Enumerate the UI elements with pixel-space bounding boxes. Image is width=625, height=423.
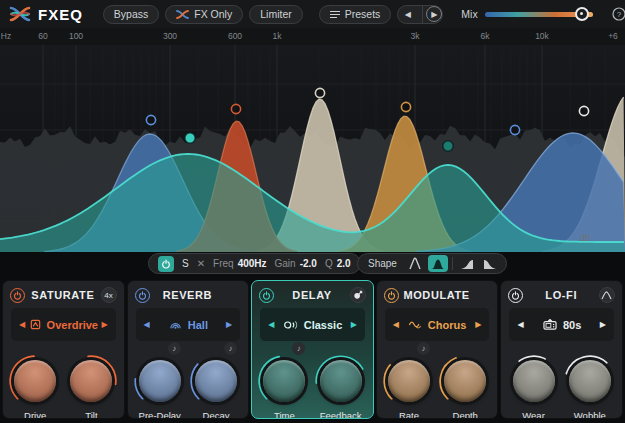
shape-high-shelf-button[interactable] — [480, 255, 500, 272]
axis-tick-60: 60 — [38, 31, 47, 41]
eq-band-handle-6[interactable] — [443, 141, 453, 151]
eq-band-handle-2[interactable] — [185, 133, 195, 143]
delay-feedback-knob-face[interactable] — [320, 360, 362, 402]
lofi-title: LO-FI — [523, 289, 599, 301]
lofi-wobble-knob-face[interactable] — [569, 360, 611, 402]
modulate-depth-knob-face[interactable] — [444, 360, 486, 402]
reverb-option[interactable]: Hall — [168, 318, 208, 331]
q-value[interactable]: 2.0 — [337, 258, 351, 269]
band-power-button[interactable] — [158, 256, 174, 272]
shape-bell-button[interactable] — [428, 255, 448, 272]
bypass-button[interactable]: Bypass — [103, 5, 159, 24]
preset-next-button[interactable]: ▶ — [422, 6, 442, 23]
module-saturate[interactable]: SATURATE 4x ◀ Overdrive ▶ Drive — [2, 280, 125, 419]
module-modulate[interactable]: MODULATE ◀ Chorus ▶ ♪ Rate — [376, 280, 499, 419]
axis-tick-+6: +6 — [608, 31, 618, 41]
lofi-knob-wobble[interactable]: Wobble — [563, 354, 617, 419]
delay-knob-feedback[interactable]: Feedback — [314, 354, 368, 419]
delay-prev-option-button[interactable]: ◀ — [268, 321, 274, 329]
reverb-knob-decay[interactable]: ♪ Decay — [189, 354, 243, 419]
module-delay[interactable]: DELAY ◀ Classic ▶ ♪ Time — [251, 280, 374, 419]
fxeq-logo-icon — [8, 4, 32, 24]
saturate-knob-drive[interactable]: Drive — [8, 354, 62, 419]
axis-tick-6k: 6k — [481, 31, 490, 41]
reverb-decay-knob-face[interactable] — [195, 360, 237, 402]
app-title: FXEQ — [38, 6, 83, 23]
delay-option[interactable]: Classic — [283, 319, 343, 331]
lofi-wear-knob-face[interactable] — [513, 360, 555, 402]
module-lofi[interactable]: LO-FI ◀ 80s ▶ Wear — [500, 280, 623, 419]
lofi-option[interactable]: 80s — [542, 318, 581, 331]
hall-icon — [168, 318, 183, 331]
reverb-title: REVERB — [150, 289, 226, 301]
modulate-knob-depth[interactable]: Depth — [438, 354, 492, 419]
q-label: Q — [325, 258, 333, 269]
frequency-axis: Hz601003006001k3k6k10k+6 — [0, 28, 625, 46]
delay-power-button[interactable] — [259, 288, 274, 303]
reverb-next-option-button[interactable]: ▶ — [226, 321, 232, 329]
delay-next-option-button[interactable]: ▶ — [351, 321, 357, 329]
filter-curve-icon[interactable] — [599, 287, 615, 303]
modulate-rate-knob-face[interactable] — [388, 360, 430, 402]
shape-low-shelf-button[interactable] — [457, 255, 477, 272]
lofi-prev-option-button[interactable]: ◀ — [517, 321, 523, 329]
chorus-icon — [408, 319, 423, 330]
eq-band-handle-4[interactable] — [315, 88, 324, 97]
saturate-drive-knob-face[interactable] — [14, 360, 56, 402]
eq-band-handle-1[interactable] — [146, 115, 155, 124]
fx-only-logo-icon — [176, 9, 189, 20]
help-icon[interactable]: ? — [611, 6, 625, 22]
gain-value[interactable]: -2.0 — [300, 258, 317, 269]
axis-tick-1k: 1k — [273, 31, 282, 41]
eq-band-handle-7[interactable] — [510, 125, 519, 134]
eq-band-handle-3[interactable] — [231, 104, 240, 113]
fx-only-button[interactable]: FX Only — [165, 5, 243, 24]
saturate-next-option-button[interactable]: ▶ — [101, 321, 107, 329]
reverb-power-button[interactable] — [135, 288, 150, 303]
lofi-knob-wear[interactable]: Wear — [507, 354, 561, 419]
modulate-power-button[interactable] — [384, 288, 399, 303]
limiter-button[interactable]: Limiter — [249, 5, 303, 24]
freq-value[interactable]: 400Hz — [238, 258, 267, 269]
saturate-title: SATURATE — [25, 289, 101, 301]
delay-style-icon[interactable] — [350, 287, 366, 303]
modulate-knob-rate[interactable]: ♪ Rate — [382, 354, 436, 419]
preset-prev-button[interactable]: ◀ — [398, 6, 417, 23]
saturate-power-button[interactable] — [10, 288, 25, 303]
eq-band-handle-5[interactable] — [401, 102, 410, 111]
modulate-option[interactable]: Chorus — [408, 319, 467, 331]
fxeq-plugin-window: { "header": { "app_title": "FXEQ", "butt… — [0, 0, 625, 423]
lofi-next-option-button[interactable]: ▶ — [600, 321, 606, 329]
delay-knob-time[interactable]: ♪ Time — [257, 354, 311, 419]
reverb-prev-option-button[interactable]: ◀ — [144, 321, 150, 329]
reverb-knob-pre-delay[interactable]: ♪ Pre-Delay — [133, 354, 187, 419]
reverb-pre-delay-knob-face[interactable] — [139, 360, 181, 402]
knob-label: Decay — [203, 410, 230, 419]
modulate-next-option-button[interactable]: ▶ — [475, 321, 481, 329]
band-delete-button[interactable]: ✕ — [197, 258, 205, 269]
eq-display[interactable] — [0, 45, 625, 252]
freq-label: Freq — [213, 258, 234, 269]
saturate-option[interactable]: Overdrive — [29, 318, 98, 331]
module-reverb[interactable]: REVERB ◀ Hall ▶ ♪ Pre-Delay ♪ — [127, 280, 250, 419]
mix-slider[interactable] — [485, 12, 593, 17]
knob-label: Feedback — [320, 410, 362, 419]
knob-label: Depth — [453, 410, 478, 419]
mix-control: Mix — [461, 8, 592, 20]
lofi-power-button[interactable] — [508, 288, 523, 303]
eq-band-handle-8[interactable] — [579, 106, 588, 115]
knob-label: Wear — [522, 410, 545, 419]
mix-slider-thumb[interactable] — [575, 7, 589, 21]
knob-label: Tilt — [85, 410, 97, 419]
saturate-prev-option-button[interactable]: ◀ — [19, 321, 25, 329]
band-solo-button[interactable]: S — [182, 258, 189, 269]
lofi-option-label: 80s — [563, 319, 581, 331]
presets-button[interactable]: Presets — [319, 5, 392, 24]
axis-tick-600: 600 — [228, 31, 242, 41]
modulate-preset-selector: ◀ Chorus ▶ — [385, 308, 490, 341]
saturate-knob-tilt[interactable]: Tilt — [64, 354, 118, 419]
saturate-badge[interactable]: 4x — [101, 287, 117, 303]
shape-label: Shape — [368, 258, 397, 269]
modulate-prev-option-button[interactable]: ◀ — [393, 321, 399, 329]
shape-peak-button[interactable] — [405, 255, 425, 272]
